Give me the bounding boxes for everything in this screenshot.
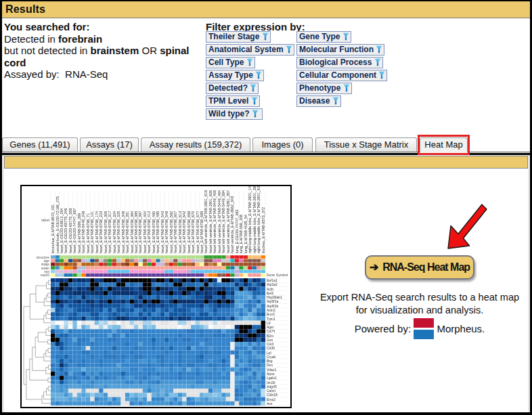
- svg-text:heart_E-MTAB-6798_613: heart_E-MTAB-6798_613: [178, 211, 182, 253]
- svg-text:Emp2: Emp2: [267, 397, 275, 401]
- svg-text:heart_E-MTAB-6798_412: heart_E-MTAB-6798_412: [147, 211, 151, 253]
- svg-text:Lpl: Lpl: [267, 351, 271, 355]
- svg-text:heart_E-MTAB-6798_543: heart_E-MTAB-6798_543: [160, 211, 164, 253]
- svg-text:expID: expID: [41, 273, 49, 277]
- svg-text:heart_E-GEOD-65775_246: heart_E-GEOD-65775_246: [64, 208, 68, 253]
- svg-text:lung_E-MTAB-599_208: lung_E-MTAB-599_208: [239, 215, 243, 253]
- svg-text:Adgrf5: Adgrf5: [267, 385, 277, 389]
- svg-text:Atp5f1b: Atp5f1b: [267, 304, 278, 308]
- svg-text:heart_E-MTAB-6798_71: heart_E-MTAB-6798_71: [86, 213, 90, 253]
- svg-text:heart_E-MTAB-6798_351: heart_E-MTAB-6798_351: [125, 211, 129, 253]
- svg-text:Vdac1: Vdac1: [267, 368, 276, 372]
- svg-text:Ace: Ace: [267, 401, 273, 406]
- svg-text:heart ventricle_E-MTAB-3662_34: heart ventricle_E-MTAB-3662_343: [230, 196, 234, 253]
- svg-text:Eno3: Eno3: [267, 312, 275, 316]
- svg-text:heart_E-GEOD-63813_254: heart_E-GEOD-63813_254: [60, 208, 64, 253]
- svg-text:right lung middle lobe_E-MTAB-: right lung middle lobe_E-MTAB-2801_632: [257, 186, 261, 253]
- svg-text:right lung middle lobe_E-MTAB-: right lung middle lobe_E-MTAB-2801_147: [248, 186, 252, 253]
- svg-text:heart_E-MTAB-6798_607: heart_E-MTAB-6798_607: [173, 211, 177, 253]
- svg-text:right lung middle lobe_E-MTAB-: right lung middle lobe_E-MTAB-2801_389: [252, 186, 257, 253]
- svg-text:heart_E-MTAB-6798_548: heart_E-MTAB-6798_548: [164, 211, 169, 253]
- svg-text:heart_E-MTAB-6798_677: heart_E-MTAB-6798_677: [196, 211, 200, 253]
- svg-text:heart_E-MTAB-6798_317: heart_E-MTAB-6798_317: [108, 211, 112, 253]
- svg-text:Cst3: Cst3: [267, 342, 274, 346]
- svg-text:carotid body_E-GEOD-72166_275: carotid body_E-GEOD-72166_275: [56, 196, 60, 253]
- svg-text:heart_E-MTAB-6798_658: heart_E-MTAB-6798_658: [187, 211, 191, 253]
- svg-text:Gene Symbol: Gene Symbol: [267, 273, 288, 277]
- svg-text:heart_E-GEOD-65775_559: heart_E-GEOD-65775_559: [68, 208, 72, 253]
- svg-text:Hsp90ab1: Hsp90ab1: [267, 295, 282, 299]
- svg-text:heart_E-MTAB-6798_365: heart_E-MTAB-6798_365: [134, 211, 138, 253]
- svg-text:heart_E-MTAB-5449_248: heart_E-MTAB-5449_248: [81, 211, 85, 253]
- svg-text:B2m: B2m: [267, 334, 273, 338]
- svg-text:heart left ventricle_E-MTAB-28: heart left ventricle_E-MTAB-2801_626: [208, 190, 213, 253]
- svg-text:heart left ventricle_E-MTAB-93: heart left ventricle_E-MTAB-9361_357: [226, 190, 230, 253]
- svg-text:heart_E-MTAB-6798_346: heart_E-MTAB-6798_346: [121, 211, 125, 253]
- svg-text:lung_E-MTAB-4035_54: lung_E-MTAB-4035_54: [244, 215, 248, 253]
- svg-text:heart_E-MTAB-6798_223: heart_E-MTAB-6798_223: [99, 211, 103, 253]
- svg-text:Bsg: Bsg: [267, 359, 273, 363]
- svg-text:heart_E-MTAB-6798_101: heart_E-MTAB-6798_101: [90, 211, 94, 253]
- svg-text:heart_E-MTAB-6798_306: heart_E-MTAB-6798_306: [104, 211, 108, 253]
- svg-text:heart_E-MTAB-6798_485: heart_E-MTAB-6798_485: [156, 211, 160, 253]
- svg-text:heart left ventricle_E-MTAB-54: heart left ventricle_E-MTAB-5449_594: [221, 190, 225, 253]
- svg-text:Cldn18: Cldn18: [267, 393, 278, 397]
- svg-text:label: label: [41, 218, 49, 222]
- svg-text:lung_E-GEOD-74747_382: lung_E-GEOD-74747_382: [235, 209, 239, 253]
- svg-text:Cd74: Cd74: [267, 329, 275, 333]
- svg-text:Cd36: Cd36: [267, 346, 275, 350]
- svg-text:Actn2: Actn2: [267, 308, 275, 312]
- svg-text:heart_E-MTAB-6798_404: heart_E-MTAB-6798_404: [143, 211, 147, 253]
- svg-text:Des: Des: [267, 363, 273, 367]
- svg-text:heart_E-MTAB-6798_670: heart_E-MTAB-6798_670: [191, 211, 195, 253]
- svg-text:Apoe: Apoe: [267, 372, 275, 376]
- svg-text:heart left ventricle_E-MTAB-54: heart left ventricle_E-MTAB-5449_464: [217, 190, 221, 253]
- svg-text:heart_E-MTAB-6798_364: heart_E-MTAB-6798_364: [130, 211, 134, 253]
- svg-text:Eef2: Eef2: [267, 291, 274, 295]
- svg-text:Itm2b: Itm2b: [267, 380, 275, 385]
- svg-text:Atp5f1a: Atp5f1a: [267, 299, 278, 303]
- svg-text:Eef1a1: Eef1a1: [267, 278, 278, 282]
- svg-text:Tpm1: Tpm1: [267, 317, 275, 321]
- svg-text:heart left ventricle_E-MTAB-54: heart left ventricle_E-MTAB-5449_408: [213, 190, 217, 253]
- svg-text:Calcrl: Calcrl: [267, 389, 275, 393]
- svg-text:trachea_E-MTAB-8573_372: trachea_E-MTAB-8573_372: [261, 207, 265, 253]
- svg-text:Gsn: Gsn: [267, 338, 273, 342]
- svg-text:heart_E-MTAB-6798_397: heart_E-MTAB-6798_397: [138, 211, 142, 253]
- svg-text:heart_E-MTAB-6798_642: heart_E-MTAB-6798_642: [182, 211, 186, 253]
- svg-text:heart_E-MTAB-6798_460: heart_E-MTAB-6798_460: [152, 211, 156, 253]
- svg-text:heart_E-GEOD-74747_687: heart_E-GEOD-74747_687: [72, 208, 76, 253]
- svg-text:Actb: Actb: [267, 287, 273, 291]
- svg-text:Atp2a2: Atp2a2: [267, 282, 278, 286]
- svg-text:heart_E-MTAB-6798_324: heart_E-MTAB-6798_324: [112, 211, 116, 253]
- svg-text:Lgals1: Lgals1: [267, 376, 277, 380]
- svg-text:heart_E-MTAB-6798_689: heart_E-MTAB-6798_689: [200, 211, 204, 253]
- svg-text:heart left ventricle_E-MTAB-28: heart left ventricle_E-MTAB-2801_619: [204, 190, 208, 253]
- svg-text:bronchus_E-MTAB-8573_431: bronchus_E-MTAB-8573_431: [51, 204, 55, 253]
- svg-text:heart_E-MTAB-6798_325: heart_E-MTAB-6798_325: [116, 211, 120, 253]
- svg-text:heart_E-MTAB-6798_174: heart_E-MTAB-6798_174: [95, 211, 99, 253]
- svg-text:heart_E-MTAB-599_299: heart_E-MTAB-599_299: [77, 213, 81, 253]
- svg-text:Ager: Ager: [267, 325, 274, 329]
- svg-text:heart_E-MTAB-6798_582: heart_E-MTAB-6798_582: [169, 211, 173, 253]
- svg-text:Cryab: Cryab: [267, 355, 276, 359]
- svg-text:Ltf: Ltf: [267, 321, 271, 325]
